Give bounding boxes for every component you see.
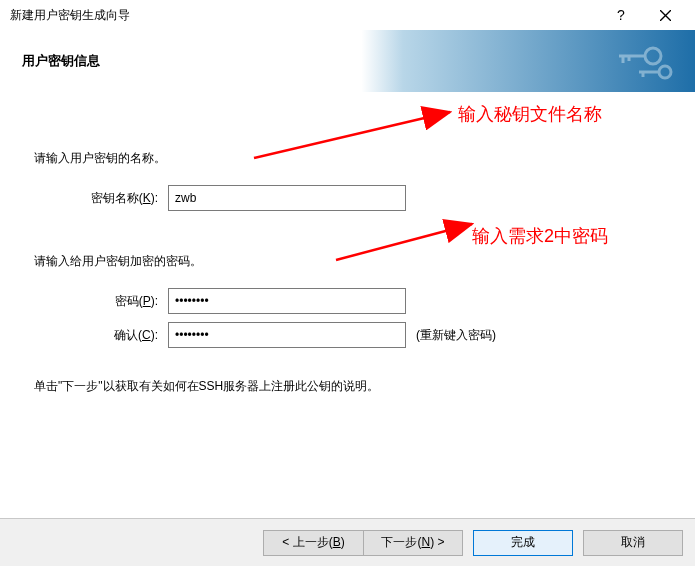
row-confirm: 确认(C): (重新键入密码) xyxy=(78,322,661,348)
nav-button-group: < 上一步(B) 下一步(N) > xyxy=(263,530,463,556)
close-button[interactable] xyxy=(643,0,687,30)
password-input[interactable] xyxy=(168,288,406,314)
help-button[interactable]: ? xyxy=(599,0,643,30)
svg-point-2 xyxy=(645,48,661,64)
close-icon xyxy=(660,10,671,21)
keyname-label: 密钥名称(K): xyxy=(78,190,158,207)
prompt-password: 请输入给用户密钥加密的密码。 xyxy=(34,253,661,270)
confirm-hint: (重新键入密码) xyxy=(416,327,496,344)
window-title: 新建用户密钥生成向导 xyxy=(10,7,599,24)
annotation-text-1: 输入秘钥文件名称 xyxy=(458,102,602,126)
cancel-button[interactable]: 取消 xyxy=(583,530,683,556)
confirm-label: 确认(C): xyxy=(78,327,158,344)
content-area: 请输入用户密钥的名称。 密钥名称(K): 请输入给用户密钥加密的密码。 密码(P… xyxy=(0,92,695,488)
next-button[interactable]: 下一步(N) > xyxy=(363,530,463,556)
svg-point-6 xyxy=(659,66,671,78)
banner: 用户密钥信息 xyxy=(0,30,695,92)
keyname-input[interactable] xyxy=(168,185,406,211)
finish-button[interactable]: 完成 xyxy=(473,530,573,556)
password-label: 密码(P): xyxy=(78,293,158,310)
prompt-keyname: 请输入用户密钥的名称。 xyxy=(34,150,661,167)
banner-title: 用户密钥信息 xyxy=(22,52,100,70)
row-keyname: 密钥名称(K): xyxy=(78,185,661,211)
row-password: 密码(P): xyxy=(78,288,661,314)
back-button[interactable]: < 上一步(B) xyxy=(263,530,363,556)
key-icon xyxy=(601,44,681,84)
confirm-input[interactable] xyxy=(168,322,406,348)
footnote: 单击"下一步"以获取有关如何在SSH服务器上注册此公钥的说明。 xyxy=(34,378,661,395)
titlebar: 新建用户密钥生成向导 ? xyxy=(0,0,695,30)
footer: < 上一步(B) 下一步(N) > 完成 取消 xyxy=(0,518,695,566)
